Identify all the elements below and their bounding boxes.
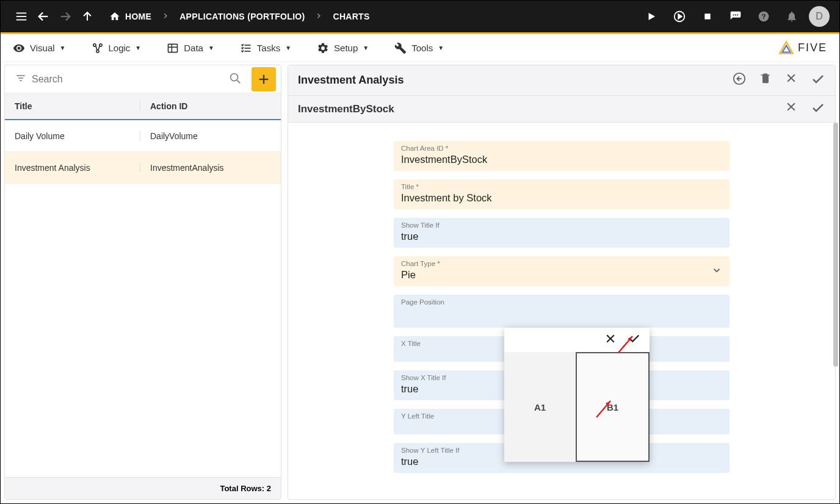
table-row[interactable]: Daily Volume DailyVolume (5, 120, 281, 152)
cell-action: DailyVolume (140, 131, 281, 141)
up-icon[interactable] (76, 5, 98, 27)
popup-close-icon[interactable] (604, 333, 617, 347)
field-value: Investment by Stock (401, 192, 722, 204)
svg-line-30 (237, 80, 240, 83)
table-footer: Total Rows: 2 (5, 477, 281, 499)
cell-action: InvestmentAnalysis (140, 163, 281, 173)
field-label: Chart Area ID * (401, 145, 722, 152)
menu-data[interactable]: Data▼ (167, 42, 214, 54)
svg-point-10 (733, 14, 734, 15)
field-title[interactable]: Title * Investment by Stock (394, 179, 730, 209)
field-label: Page Position (401, 298, 722, 306)
hamburger-icon[interactable] (10, 5, 32, 27)
field-value: Pie (401, 269, 722, 281)
delete-icon[interactable] (759, 72, 772, 89)
back-circular-icon[interactable] (733, 72, 746, 89)
svg-point-12 (737, 14, 738, 15)
search-icon[interactable] (228, 71, 242, 87)
forward-icon[interactable] (54, 5, 76, 27)
position-cell-a1[interactable]: A1 (504, 352, 576, 462)
field-chart-area-id[interactable]: Chart Area ID * InvestmentByStock (394, 141, 730, 171)
brand-logo: FIVE (778, 40, 827, 56)
crumb-applications[interactable]: APPLICATIONS (PORTFOLIO) (173, 12, 311, 21)
menu-visual[interactable]: Visual▼ (13, 42, 66, 54)
header-toolbar: ? D (640, 5, 830, 27)
field-value (401, 308, 722, 320)
table-header: Title Action ID (5, 93, 281, 120)
close-icon[interactable] (785, 101, 797, 118)
cell-title: Investment Analysis (5, 163, 140, 173)
run-debug-icon[interactable] (668, 5, 690, 27)
scrollbar-thumb[interactable] (833, 123, 836, 367)
content-row: Title Action ID Daily Volume DailyVolume… (1, 62, 839, 503)
crumb-home[interactable]: HOME (103, 11, 158, 22)
annotation-arrow (615, 331, 640, 358)
detail-panel: Investment Analysis InvestmentByStock Ch… (288, 65, 836, 500)
form-area: Chart Area ID * InvestmentByStock Title … (288, 123, 835, 499)
field-value: true (401, 231, 722, 243)
stop-icon[interactable] (697, 5, 719, 27)
sub-header: InvestmentByStock (288, 96, 835, 123)
menu-label: Tools (411, 43, 433, 53)
svg-marker-8 (678, 14, 682, 18)
app-header: HOME APPLICATIONS (PORTFOLIO) CHARTS ? D (1, 1, 839, 34)
menu-label: Visual (30, 43, 55, 53)
search-row (5, 65, 281, 93)
col-action-header[interactable]: Action ID (140, 101, 281, 111)
svg-point-11 (735, 14, 736, 15)
svg-rect-18 (168, 44, 178, 52)
field-chart-type[interactable]: Chart Type * Pie (394, 256, 730, 286)
add-button[interactable] (252, 67, 276, 92)
svg-point-29 (231, 73, 238, 81)
menu-label: Data (184, 43, 203, 53)
menu-label: Tasks (257, 43, 280, 53)
chevron-right-icon (161, 12, 170, 22)
breadcrumb: HOME APPLICATIONS (PORTFOLIO) CHARTS (103, 11, 376, 22)
crumb-home-label: HOME (125, 12, 151, 21)
menu-logic[interactable]: Logic▼ (92, 42, 142, 54)
filter-icon[interactable] (15, 72, 27, 87)
main-menu: Visual▼ Logic▼ Data▼ Tasks▼ Setup▼ Tools… (1, 34, 839, 62)
field-value: InvestmentByStock (401, 154, 722, 166)
confirm-icon[interactable] (811, 72, 825, 89)
table-body: Daily Volume DailyVolume Investment Anal… (5, 120, 281, 477)
back-icon[interactable] (32, 5, 54, 27)
svg-marker-6 (649, 13, 656, 20)
col-title-header[interactable]: Title (5, 101, 140, 111)
detail-title: Investment Analysis (298, 74, 404, 87)
cell-title: Daily Volume (5, 131, 140, 141)
field-label: Title * (401, 183, 722, 190)
help-icon[interactable]: ? (753, 5, 775, 27)
close-icon[interactable] (785, 72, 797, 89)
menu-label: Setup (334, 43, 358, 53)
menu-setup[interactable]: Setup▼ (317, 42, 369, 54)
table-row[interactable]: Investment Analysis InvestmentAnalysis (5, 152, 281, 184)
field-show-title-if[interactable]: Show Title If true (394, 218, 730, 248)
field-page-position[interactable]: Page Position (394, 295, 730, 328)
menu-tasks[interactable]: Tasks▼ (240, 42, 291, 54)
bell-icon[interactable] (781, 5, 803, 27)
chevron-right-icon (314, 12, 323, 22)
brand-text: FIVE (798, 41, 827, 54)
user-avatar[interactable]: D (809, 6, 830, 27)
menu-label: Logic (109, 43, 131, 53)
chat-icon[interactable] (725, 5, 747, 27)
field-label: Chart Type * (401, 260, 722, 267)
scrollbar[interactable] (833, 123, 836, 367)
list-panel: Title Action ID Daily Volume DailyVolume… (4, 65, 281, 500)
svg-rect-9 (704, 13, 710, 19)
search-input[interactable] (32, 74, 223, 85)
chevron-down-icon (711, 265, 722, 278)
detail-header: Investment Analysis (288, 65, 835, 96)
sub-title: InvestmentByStock (298, 103, 394, 115)
svg-text:?: ? (761, 12, 766, 20)
confirm-icon[interactable] (811, 101, 825, 118)
annotation-arrow (593, 396, 618, 423)
menu-tools[interactable]: Tools▼ (394, 42, 444, 54)
field-label: Show Title If (401, 221, 722, 229)
play-icon[interactable] (640, 5, 662, 27)
crumb-charts[interactable]: CHARTS (327, 12, 375, 21)
